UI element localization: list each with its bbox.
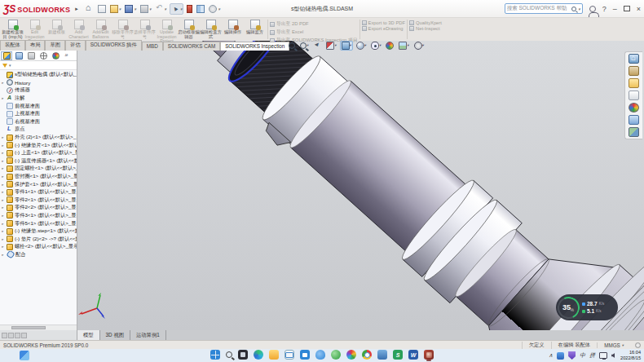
tree-item[interactable]: ▸ 零件2<2> (默认<<默认>_显示状态 xyxy=(1,204,77,212)
task-view-icon[interactable] xyxy=(238,350,248,360)
export-menu-item[interactable]: 导出至 Excel xyxy=(270,29,358,36)
search-icon[interactable] xyxy=(571,7,576,11)
resources-home-icon[interactable] xyxy=(629,54,639,64)
tree-item[interactable]: ▸ 零件2<1> (默认<<默认>_显示状态 xyxy=(1,196,77,205)
minimize-button[interactable]: – xyxy=(613,5,617,13)
document-tab[interactable]: 3D 视图 xyxy=(100,330,130,340)
tree-item[interactable]: 前视基准面 xyxy=(1,102,77,110)
monitor-icon[interactable] xyxy=(599,352,607,359)
tree-item[interactable]: 原点 xyxy=(1,126,77,134)
design-library-icon[interactable] xyxy=(629,66,639,76)
tree-item[interactable]: ▸ 螺栓<2> (默认<<默认>_显示状态 xyxy=(1,243,77,251)
command-tab[interactable]: 草图 xyxy=(45,40,65,51)
quick-access-button[interactable]: ▾ xyxy=(208,4,221,14)
net-monitor-widget[interactable]: 35% 28.7 K/s 5.1 K/s xyxy=(556,294,618,320)
custom-properties-icon[interactable] xyxy=(629,115,639,125)
document-tab[interactable]: 模型 xyxy=(77,330,100,340)
tree-item[interactable]: ▸ 注解 xyxy=(1,95,77,103)
quick-access-button[interactable]: ▾ xyxy=(85,4,95,14)
tree-item[interactable]: ▸ 固定螺栓<1> (默认<<默认>_显示 xyxy=(1,165,77,173)
view-tool-button[interactable]: ▾ xyxy=(384,41,395,51)
tray-item[interactable]: 中 xyxy=(580,351,585,360)
command-tab[interactable]: SOLIDWORKS CAM xyxy=(163,42,220,51)
wps-icon[interactable]: S xyxy=(393,350,403,360)
shield-icon[interactable] xyxy=(568,351,576,360)
tree-item[interactable]: ▸ (-) 绝缘垫片<1> (默认<<默认>_显 xyxy=(1,141,77,149)
view-tool-button[interactable]: ▾ xyxy=(311,41,323,51)
tree-item[interactable]: 右视基准面 xyxy=(1,118,77,126)
quick-access-button[interactable]: ▾ xyxy=(196,4,205,14)
view-tool-button[interactable]: ▾ xyxy=(412,41,426,51)
tree-item[interactable]: ▸ 保护套<1> (默认<<默认>_显示状 xyxy=(1,180,77,188)
forum-icon[interactable] xyxy=(629,127,639,137)
reader-icon[interactable] xyxy=(377,350,387,360)
tree-item[interactable]: ▸ (-) 温度传感器<1> (默认<<默认>_ xyxy=(1,157,77,166)
word-icon[interactable]: W xyxy=(408,350,418,360)
export-menu-item[interactable]: Export to 3D PDF xyxy=(362,20,405,25)
tree-item[interactable]: ▸ 零件3<1> (默认<<默认>_显示状态 xyxy=(1,212,77,220)
panel-tab[interactable] xyxy=(13,51,24,60)
status-item[interactable]: 欠定义 ▾ xyxy=(522,342,551,349)
command-tab[interactable]: 装配体 xyxy=(0,40,25,51)
model-viewport[interactable] xyxy=(77,41,644,330)
mail-icon[interactable] xyxy=(285,350,294,360)
view-tool-button[interactable]: ▾ xyxy=(287,42,297,50)
user-account-icon[interactable] xyxy=(589,6,596,12)
panel-tab[interactable] xyxy=(37,51,49,60)
solidworks-icon[interactable] xyxy=(424,350,434,360)
panel-tab[interactable] xyxy=(50,51,61,60)
document-tab[interactable]: 运动算例1 xyxy=(130,330,166,340)
tree-item[interactable]: 传感器 xyxy=(1,86,77,95)
status-item[interactable]: MMGS ▾ xyxy=(597,342,630,348)
search-icon[interactable] xyxy=(226,351,232,358)
tree-item[interactable]: ▸ 零件5<1> (默认<<默认>_显示状态 xyxy=(1,219,77,227)
chevron-up-icon[interactable] xyxy=(549,352,553,359)
tree-filter-bar[interactable]: ▾ xyxy=(0,61,77,70)
tree-item[interactable]: ▸ History xyxy=(1,79,77,87)
command-tab[interactable]: 评估 xyxy=(65,40,86,51)
quick-access-button[interactable]: ▾ xyxy=(186,4,193,14)
view-tool-button[interactable]: ▾ xyxy=(369,41,382,51)
start-icon[interactable] xyxy=(210,350,220,360)
quick-access-button[interactable]: ▾ xyxy=(139,4,152,14)
help-button[interactable]: ? xyxy=(602,5,607,13)
menu-expand-arrow[interactable]: ▸ xyxy=(75,6,78,12)
quick-access-button[interactable]: ▾ xyxy=(170,3,184,15)
tree-item[interactable]: ▸ 密封圈<1> (默认<<默认>_显示状 xyxy=(1,173,77,181)
export-menu-item[interactable]: Export eDrawing xyxy=(362,26,405,31)
tree-item[interactable]: ▸ 零件1<1> (默认<<默认>_显示状态 xyxy=(1,188,77,196)
view-tool-button[interactable]: ▾ xyxy=(340,41,353,51)
onedrive-icon[interactable] xyxy=(315,350,325,360)
command-tab[interactable]: SOLIDWORKS 插件 xyxy=(86,40,142,51)
search-box[interactable]: 搜索 SOLIDWORKS 帮助 ▾ xyxy=(505,3,583,14)
tree-item[interactable]: ▸ (-) 上盖<1> (默认<<默认>_显示状 xyxy=(1,149,77,157)
export-menu-item[interactable]: Net-Inspect xyxy=(409,26,442,31)
tree-item[interactable]: 上视基准面 xyxy=(1,110,77,118)
export-menu-item[interactable]: 导出至 2D PDF xyxy=(270,20,358,28)
search-caret-icon[interactable]: ▾ xyxy=(578,7,580,11)
export-menu-item[interactable]: QualityXpert xyxy=(409,20,442,25)
panel-tab[interactable] xyxy=(62,51,73,60)
taskbar-clock[interactable]: 16:04 2022/8/15 xyxy=(620,350,641,360)
panel-horizontal-scrollbar[interactable] xyxy=(0,324,77,330)
command-tab[interactable]: 布局 xyxy=(25,40,46,51)
panel-tab[interactable] xyxy=(25,51,37,60)
app-green-icon[interactable] xyxy=(331,350,341,360)
tray-item[interactable]: 拼 xyxy=(589,351,595,360)
status-item[interactable]: 在编辑 装配体 ▾ xyxy=(551,342,598,349)
command-tab[interactable]: SOLIDWORKS Inspection xyxy=(220,42,289,51)
panel-tab[interactable] xyxy=(1,51,12,60)
tree-item[interactable]: ▸ (-) 垫片 (2)<2> ->? (默认<<默认> xyxy=(1,235,77,243)
sheet-scroll-buttons[interactable] xyxy=(0,330,77,340)
view-tool-button[interactable]: ▾ xyxy=(298,42,310,50)
file-explorer-icon[interactable] xyxy=(629,78,639,88)
scrollbar-thumb[interactable] xyxy=(11,326,46,329)
quick-access-button[interactable]: ▾ xyxy=(124,4,137,14)
chrome-icon[interactable] xyxy=(362,350,372,360)
tree-item[interactable]: ▸ 配合 xyxy=(1,251,77,259)
edge-icon[interactable] xyxy=(254,350,263,360)
quick-access-button[interactable]: ▾ xyxy=(154,4,167,14)
view-palette-icon[interactable] xyxy=(629,90,639,100)
view-tool-button[interactable]: ▾ xyxy=(355,41,368,51)
close-button[interactable]: × xyxy=(637,5,641,13)
